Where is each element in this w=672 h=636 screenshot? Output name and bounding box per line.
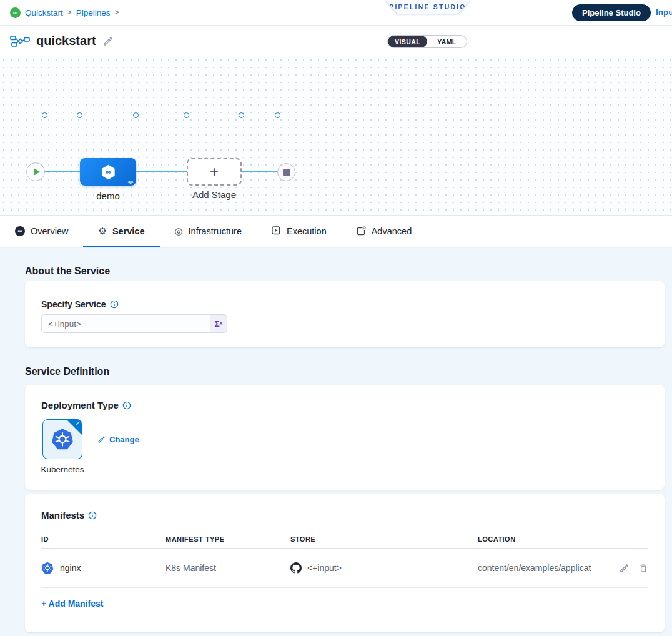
pipeline-name-title: quickstart bbox=[36, 34, 96, 48]
manifests-table: ID MANIFEST TYPE STORE LOCATION bbox=[41, 530, 648, 588]
breadcrumb-separator: > bbox=[67, 8, 72, 17]
port bbox=[239, 112, 244, 118]
pipeline-studio-page: ∞ Quickstart > Pipelines > PIPELINE STUD… bbox=[0, 0, 672, 636]
tab-overview[interactable]: ∞ Overview bbox=[0, 216, 83, 247]
toggle-yaml[interactable]: YAML bbox=[427, 36, 467, 47]
harness-logo-icon: ∞ bbox=[10, 7, 21, 18]
plus-icon: + bbox=[210, 163, 219, 181]
pipeline-edge bbox=[37, 171, 281, 172]
edit-pipeline-name-icon[interactable] bbox=[102, 36, 114, 47]
about-service-card: Specify Service Σˣ bbox=[25, 281, 665, 347]
manifests-card: Manifests ID MANIFEST TYPE STORE LOCATIO… bbox=[25, 494, 665, 632]
overview-icon: ∞ bbox=[15, 226, 25, 236]
input-sets-link[interactable]: Input bbox=[656, 7, 672, 17]
stage-name-label: demo bbox=[80, 191, 136, 201]
manifest-type: K8s Manifest bbox=[166, 563, 290, 573]
breadcrumb-pipelines[interactable]: Pipelines bbox=[76, 8, 111, 17]
add-manifest-link[interactable]: + Add Manifest bbox=[41, 599, 103, 609]
column-manifest-type: MANIFEST TYPE bbox=[166, 535, 290, 543]
kubernetes-icon bbox=[51, 428, 74, 450]
column-id: ID bbox=[41, 535, 166, 543]
pipeline-diagram-icon bbox=[10, 35, 30, 47]
tab-advanced[interactable]: Advanced bbox=[342, 216, 427, 247]
harness-hexagon-icon: ∞ bbox=[100, 164, 117, 181]
specify-service-input[interactable] bbox=[41, 314, 210, 333]
pipeline-studio-ribbon: PIPELINE STUDIO bbox=[385, 0, 470, 14]
manifest-location: content/en/examples/applicat bbox=[478, 563, 610, 573]
port bbox=[77, 112, 82, 118]
deployment-type-kubernetes-tile[interactable]: ✓ bbox=[42, 419, 82, 459]
visual-yaml-toggle: VISUAL YAML bbox=[387, 35, 467, 48]
tab-label: Execution bbox=[287, 226, 327, 236]
top-bar: ∞ Quickstart > Pipelines > PIPELINE STUD… bbox=[0, 0, 672, 26]
info-icon[interactable] bbox=[110, 300, 119, 309]
toggle-visual[interactable]: VISUAL bbox=[388, 36, 427, 47]
github-icon bbox=[290, 562, 302, 574]
advanced-icon bbox=[357, 226, 366, 236]
service-definition-heading: Service Definition bbox=[25, 366, 109, 377]
expression-input-button[interactable]: Σˣ bbox=[210, 314, 227, 333]
svg-text:∞: ∞ bbox=[106, 167, 111, 176]
change-label: Change bbox=[109, 435, 139, 444]
execution-icon bbox=[272, 226, 281, 236]
service-tab-content: About the Service Specify Service Σˣ Ser… bbox=[0, 248, 672, 636]
kubernetes-tile-label: Kubernetes bbox=[31, 465, 94, 474]
service-definition-card: Deployment Type bbox=[25, 385, 665, 490]
port bbox=[275, 112, 280, 118]
infrastructure-icon: ◎ bbox=[175, 226, 183, 236]
manifest-row-nginx[interactable]: nginx K8s Manifest <+input> content/en/e… bbox=[41, 549, 648, 588]
about-service-heading: About the Service bbox=[25, 266, 110, 277]
port bbox=[184, 112, 189, 118]
tab-service[interactable]: ⚙ Service bbox=[83, 216, 159, 247]
port bbox=[133, 112, 139, 118]
pipeline-studio-ribbon-label: PIPELINE STUDIO bbox=[385, 0, 470, 14]
stage-tabs: ∞ Overview ⚙ Service ◎ Infrastructure Ex… bbox=[0, 216, 672, 248]
title-bar: quickstart VISUAL YAML bbox=[0, 26, 672, 56]
tab-label: Service bbox=[112, 226, 145, 236]
pipeline-canvas[interactable]: ∞ </> demo + Add Stage bbox=[0, 56, 672, 216]
stage-code-glyph: </> bbox=[127, 180, 133, 184]
specify-service-label: Specify Service bbox=[41, 299, 106, 309]
deployment-type-label: Deployment Type bbox=[41, 400, 119, 410]
tab-infrastructure[interactable]: ◎ Infrastructure bbox=[160, 216, 257, 247]
info-icon[interactable] bbox=[88, 511, 97, 520]
stop-icon bbox=[283, 169, 290, 176]
manifest-id: nginx bbox=[60, 563, 81, 573]
pipeline-start-node[interactable] bbox=[26, 162, 45, 181]
info-icon[interactable] bbox=[122, 401, 131, 410]
play-icon bbox=[34, 168, 40, 176]
edit-manifest-button[interactable] bbox=[619, 563, 630, 574]
manifest-store-value: <+input> bbox=[307, 563, 342, 573]
add-stage-label: Add Stage bbox=[179, 189, 250, 200]
tab-label: Overview bbox=[31, 226, 68, 236]
column-location: LOCATION bbox=[478, 535, 648, 543]
gear-icon: ⚙ bbox=[98, 226, 106, 236]
port bbox=[42, 112, 47, 118]
tab-label: Infrastructure bbox=[189, 226, 242, 236]
pencil-icon bbox=[97, 435, 106, 444]
manifests-header-row: ID MANIFEST TYPE STORE LOCATION bbox=[41, 530, 648, 549]
tab-execution[interactable]: Execution bbox=[257, 216, 342, 247]
pipeline-end-node[interactable] bbox=[277, 163, 295, 181]
stage-node-demo[interactable]: ∞ </> bbox=[80, 158, 136, 186]
column-store: STORE bbox=[290, 535, 478, 543]
breadcrumb-quickstart[interactable]: Quickstart bbox=[25, 8, 63, 17]
add-stage-node[interactable]: + bbox=[187, 158, 242, 186]
breadcrumb-separator: > bbox=[115, 8, 119, 17]
kubernetes-icon bbox=[41, 562, 54, 574]
check-icon: ✓ bbox=[76, 420, 81, 427]
manifests-heading: Manifests bbox=[41, 510, 84, 520]
tab-label: Advanced bbox=[372, 226, 412, 236]
change-deployment-type-link[interactable]: Change bbox=[97, 435, 139, 444]
delete-manifest-button[interactable] bbox=[638, 563, 648, 574]
pipeline-studio-button[interactable]: Pipeline Studio bbox=[572, 4, 651, 21]
breadcrumb: ∞ Quickstart > Pipelines > bbox=[10, 0, 119, 25]
